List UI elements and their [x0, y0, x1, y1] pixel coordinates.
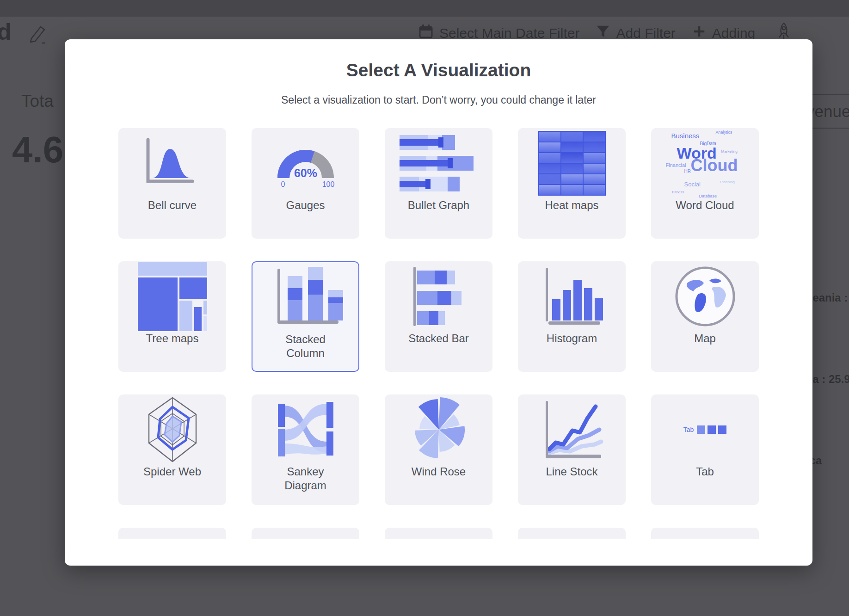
viz-card-line-stock[interactable]: Line Stock	[518, 394, 626, 505]
viz-card-partially-hidden[interactable]	[252, 528, 359, 539]
viz-card-label: Tree maps	[133, 332, 212, 345]
word-cloud-word: Business	[671, 132, 700, 139]
hidden-card-icon	[518, 528, 626, 539]
viz-card-wind-rose[interactable]: Wind Rose	[385, 394, 492, 505]
viz-card-label: Line Stock	[533, 465, 611, 479]
map-icon	[651, 261, 759, 332]
word-cloud-word: Financial	[666, 163, 686, 168]
viz-card-label: Gauges	[266, 198, 345, 212]
viz-card-label: Histogram	[533, 332, 611, 345]
gauge-value: 60%	[294, 166, 317, 179]
viz-card-label: Tab	[666, 465, 744, 479]
viz-card-label: Bell curve	[133, 198, 212, 212]
wind-rose-icon	[385, 394, 492, 465]
viz-card-label: Wind Rose	[400, 465, 478, 479]
gauge-min: 0	[281, 180, 285, 187]
viz-card-label: Stacked Column	[266, 333, 345, 360]
hidden-card-icon	[385, 528, 492, 539]
viz-card-partially-hidden[interactable]	[118, 528, 226, 539]
viz-card-bullet-graph[interactable]: Bullet Graph	[385, 128, 492, 239]
hidden-card-icon	[651, 528, 759, 539]
viz-card-tab[interactable]: Tab Tab	[651, 394, 759, 505]
viz-card-label: Word Cloud	[666, 198, 744, 212]
word-cloud-word: Analytics	[716, 130, 732, 135]
sankey-diagram-icon	[252, 394, 359, 465]
viz-card-label: Stacked Bar	[400, 332, 478, 345]
histogram-icon	[518, 261, 626, 332]
viz-card-label: Map	[666, 332, 744, 345]
word-cloud-icon: BusinessAnalyticsBigDataWordMarketingFin…	[651, 128, 759, 198]
viz-card-tree-maps[interactable]: Tree maps	[118, 261, 226, 372]
viz-card-label: Spider Web	[133, 465, 212, 479]
viz-card-bell-curve[interactable]: Bell curve	[118, 128, 226, 239]
tab-icon: Tab	[651, 394, 759, 465]
viz-card-label: Heat maps	[533, 198, 611, 212]
hidden-card-icon	[118, 528, 226, 539]
gauges-icon: 60%0100	[252, 128, 359, 198]
viz-card-spider-web[interactable]: Spider Web	[118, 394, 226, 505]
viz-card-stacked-column[interactable]: Stacked Column	[252, 261, 359, 372]
viz-card-partially-hidden[interactable]	[385, 528, 492, 539]
viz-card-label: Sankey Diagram	[266, 465, 345, 493]
word-cloud-word: HR	[684, 169, 691, 174]
tab-icon-label: Tab	[683, 426, 694, 433]
stacked-column-icon	[252, 262, 358, 333]
viz-card-histogram[interactable]: Histogram	[518, 261, 626, 372]
spider-web-icon	[118, 394, 226, 465]
word-cloud-word: Marketing	[721, 150, 738, 154]
word-cloud-word: Cloud	[691, 157, 738, 174]
viz-card-partially-hidden[interactable]	[651, 528, 759, 539]
heat-maps-icon	[518, 128, 626, 198]
word-cloud-word: Planning	[720, 180, 735, 184]
bullet-graph-icon	[385, 128, 492, 198]
viz-card-heat-maps[interactable]: Heat maps	[518, 128, 626, 239]
word-cloud-word: Database	[699, 194, 717, 198]
hidden-card-icon	[252, 528, 359, 539]
gauge-max: 100	[322, 180, 334, 187]
line-stock-icon	[518, 394, 626, 465]
viz-card-map[interactable]: Map	[651, 261, 759, 372]
dialog-subtitle: Select a visualization to start. Don’t w…	[65, 94, 812, 106]
bell-curve-icon	[118, 128, 226, 198]
visualization-grid: Bell curve 60%0100 Gauges Bullet Graph H…	[118, 128, 760, 539]
select-visualization-dialog: Select A Visualization Select a visualiz…	[65, 39, 812, 566]
viz-card-gauges[interactable]: 60%0100 Gauges	[252, 128, 359, 239]
viz-card-stacked-bar[interactable]: Stacked Bar	[385, 261, 492, 372]
viz-card-word-cloud[interactable]: BusinessAnalyticsBigDataWordMarketingFin…	[651, 128, 759, 239]
tree-maps-icon	[118, 261, 226, 332]
viz-card-sankey-diagram[interactable]: Sankey Diagram	[252, 394, 359, 505]
dialog-title: Select A Visualization	[65, 39, 812, 81]
word-cloud-word: Fitness	[672, 191, 684, 194]
word-cloud-word: Social	[684, 181, 701, 187]
stacked-bar-icon	[385, 261, 492, 332]
viz-card-partially-hidden[interactable]	[518, 528, 626, 539]
viz-card-label: Bullet Graph	[400, 198, 478, 212]
